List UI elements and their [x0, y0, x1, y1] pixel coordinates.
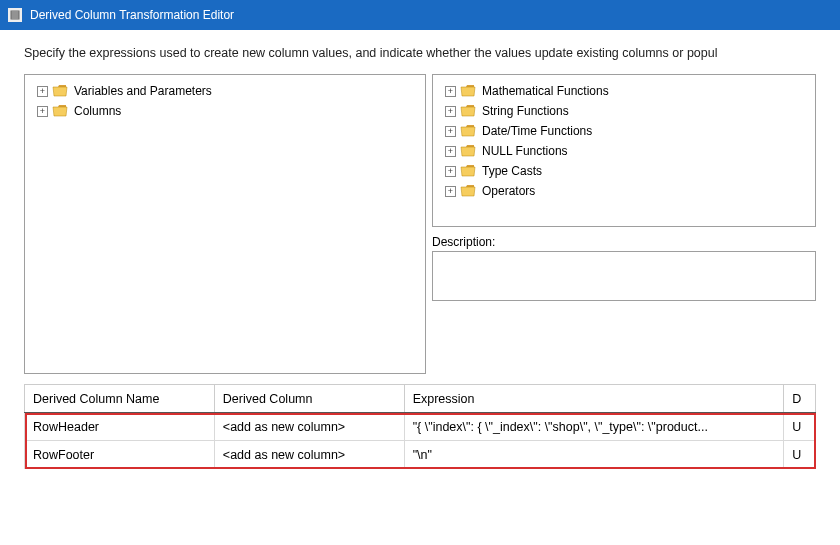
folder-icon: [460, 104, 476, 118]
cell-d[interactable]: U: [784, 413, 816, 441]
left-tree-pane: + Variables and Parameters + Columns: [24, 74, 426, 374]
tree-item-label: String Functions: [480, 104, 569, 118]
folder-icon: [460, 144, 476, 158]
editor-subtitle: Specify the expressions used to create n…: [0, 30, 840, 74]
window-title: Derived Column Transformation Editor: [30, 8, 234, 22]
expander-icon[interactable]: +: [445, 86, 456, 97]
expander-icon[interactable]: +: [445, 166, 456, 177]
tree-item-null[interactable]: + NULL Functions: [441, 141, 807, 161]
cell-expression[interactable]: "{ \"index\": { \"_index\": \"shop\", \"…: [404, 413, 784, 441]
derived-columns-grid: Derived Column Name Derived Column Expre…: [0, 384, 840, 469]
expander-icon[interactable]: +: [445, 146, 456, 157]
expander-icon[interactable]: +: [445, 186, 456, 197]
folder-icon: [460, 124, 476, 138]
titlebar: Derived Column Transformation Editor: [0, 0, 840, 30]
right-tree-pane: + Mathematical Functions + String Functi…: [432, 74, 816, 227]
tree-item-label: Columns: [72, 104, 121, 118]
cell-d[interactable]: U: [784, 441, 816, 469]
editor-icon: [8, 8, 22, 22]
tree-item-datetime[interactable]: + Date/Time Functions: [441, 121, 807, 141]
grid-row[interactable]: RowHeader <add as new column> "{ \"index…: [25, 413, 816, 441]
grid-row[interactable]: RowFooter <add as new column> "\n" U: [25, 441, 816, 469]
tree-item-label: NULL Functions: [480, 144, 568, 158]
description-box[interactable]: [432, 251, 816, 301]
folder-icon: [52, 104, 68, 118]
tree-item-string[interactable]: + String Functions: [441, 101, 807, 121]
cell-expression[interactable]: "\n": [404, 441, 784, 469]
column-header-d[interactable]: D: [784, 385, 816, 413]
expander-icon[interactable]: +: [37, 106, 48, 117]
tree-item-columns[interactable]: + Columns: [33, 101, 417, 121]
cell-derived[interactable]: <add as new column>: [214, 441, 404, 469]
folder-icon: [460, 84, 476, 98]
tree-item-label: Mathematical Functions: [480, 84, 609, 98]
column-header-derived[interactable]: Derived Column: [214, 385, 404, 413]
expander-icon[interactable]: +: [445, 126, 456, 137]
description-label: Description:: [432, 235, 495, 249]
tree-item-operators[interactable]: + Operators: [441, 181, 807, 201]
tree-item-typecasts[interactable]: + Type Casts: [441, 161, 807, 181]
column-header-expression[interactable]: Expression: [404, 385, 784, 413]
cell-name[interactable]: RowFooter: [25, 441, 215, 469]
tree-item-label: Date/Time Functions: [480, 124, 592, 138]
column-header-name[interactable]: Derived Column Name: [25, 385, 215, 413]
folder-icon: [460, 164, 476, 178]
expander-icon[interactable]: +: [445, 106, 456, 117]
tree-item-label: Type Casts: [480, 164, 542, 178]
tree-item-label: Variables and Parameters: [72, 84, 212, 98]
tree-item-variables[interactable]: + Variables and Parameters: [33, 81, 417, 101]
tree-item-label: Operators: [480, 184, 535, 198]
folder-icon: [52, 84, 68, 98]
tree-item-math[interactable]: + Mathematical Functions: [441, 81, 807, 101]
expander-icon[interactable]: +: [37, 86, 48, 97]
cell-name[interactable]: RowHeader: [25, 413, 215, 441]
cell-derived[interactable]: <add as new column>: [214, 413, 404, 441]
folder-icon: [460, 184, 476, 198]
